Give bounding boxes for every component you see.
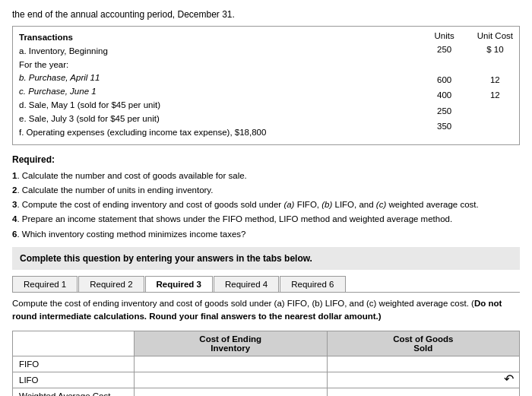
transactions-box: Transactions a. Inventory, Beginning For…: [12, 26, 520, 145]
trans-row-foryear: For the year:: [19, 59, 420, 72]
trans-row-d: d. Sale, May 1 (sold for $45 per unit): [19, 99, 420, 112]
trans-row-e: e. Sale, July 3 (sold for $45 per unit): [19, 112, 420, 126]
req-item-3: 3. Compute the cost of ending inventory …: [12, 198, 520, 211]
units-header: Units: [435, 31, 454, 40]
transactions-header: Transactions: [19, 31, 420, 45]
units-val-1: [435, 57, 454, 72]
trans-row-b: b. Purchase, April 11: [19, 71, 420, 85]
unitcost-val-3: 12: [477, 87, 513, 103]
fifo-ending-inv[interactable]: [135, 356, 328, 372]
unitcost-val-1: [477, 57, 513, 72]
table-col2-header: Cost of GoodsSold: [327, 331, 520, 356]
units-val-0: 250: [435, 42, 454, 57]
trans-row-a: a. Inventory, Beginning: [19, 45, 420, 59]
req-item-4: 4. Prepare an income statement that show…: [12, 213, 520, 226]
transactions-right: Units 250 600 400 250 350 Unit Cost $ 10…: [420, 31, 514, 140]
trans-row-f: f. Operating expenses (excluding income …: [19, 126, 420, 140]
lifo-ending-inv-input[interactable]: [141, 375, 321, 385]
transactions-left: Transactions a. Inventory, Beginning For…: [19, 31, 420, 140]
units-val-4: 250: [435, 103, 454, 119]
tab-required1[interactable]: Required 1: [12, 276, 78, 292]
trans-row-c: c. Purchase, June 1: [19, 85, 420, 99]
tab-required2[interactable]: Required 2: [78, 276, 144, 292]
unitcost-column: Unit Cost $ 10 12 12: [477, 31, 513, 140]
lifo-goods-sold[interactable]: [327, 372, 520, 388]
fifo-goods-sold-input[interactable]: [334, 360, 514, 369]
unitcost-val-0: $ 10: [477, 42, 513, 57]
unitcost-val-2: 12: [477, 72, 513, 87]
units-column: Units 250 600 400 250 350: [435, 31, 454, 140]
unitcost-val-4: [477, 103, 513, 119]
tab3-description: Compute the cost of ending inventory and…: [12, 297, 520, 324]
table-row-wavg: Weighted Average Cost: [13, 388, 520, 396]
fifo-ending-inv-input[interactable]: [141, 360, 321, 369]
intro-text: the end of the annual accounting period,…: [12, 9, 520, 20]
lifo-goods-sold-input[interactable]: [334, 375, 514, 385]
wavg-ending-inv-input[interactable]: [141, 391, 321, 396]
units-val-2: 600: [435, 72, 454, 87]
units-val-5: 350: [435, 119, 454, 134]
req-item-1: 1. Calculate the number and cost of good…: [12, 169, 520, 182]
inventory-table: Cost of EndingInventory Cost of GoodsSol…: [12, 331, 520, 396]
required-label: Required:: [12, 153, 520, 166]
table-col0-header: [13, 331, 135, 356]
unitcost-val-5: [477, 119, 513, 134]
wavg-goods-sold-input[interactable]: [334, 391, 514, 396]
tab3-content: Compute the cost of ending inventory and…: [12, 297, 520, 396]
wavg-goods-sold[interactable]: [327, 388, 520, 396]
lifo-label: LIFO: [13, 372, 135, 388]
units-val-3: 400: [435, 87, 454, 103]
table-row-lifo: LIFO: [13, 372, 520, 388]
table-row-fifo: FIFO: [13, 356, 520, 372]
unitcost-values: $ 10 12 12: [477, 42, 513, 134]
tab-required3[interactable]: Required 3: [145, 276, 213, 292]
complete-box: Complete this question by entering your …: [12, 247, 520, 270]
unitcost-header: Unit Cost: [477, 31, 513, 40]
fifo-label: FIFO: [13, 356, 135, 372]
wavg-label: Weighted Average Cost: [13, 388, 135, 396]
lifo-ending-inv[interactable]: [135, 372, 328, 388]
req-item-2: 2. Calculate the number of units in endi…: [12, 184, 520, 197]
required-section: Required: 1. Calculate the number and co…: [12, 153, 520, 241]
tab-required6[interactable]: Required 6: [280, 276, 345, 292]
tab-required4[interactable]: Required 4: [214, 276, 279, 292]
fifo-goods-sold[interactable]: [327, 356, 520, 372]
units-values: 250 600 400 250 350: [435, 42, 454, 134]
wavg-ending-inv[interactable]: [135, 388, 328, 396]
tabs-row: Required 1 Required 2 Required 3 Require…: [12, 276, 520, 293]
req-item-6: 6. Which inventory costing method minimi…: [12, 228, 520, 241]
table-col1-header: Cost of EndingInventory: [135, 331, 328, 356]
cursor-icon: ↶: [504, 372, 514, 386]
